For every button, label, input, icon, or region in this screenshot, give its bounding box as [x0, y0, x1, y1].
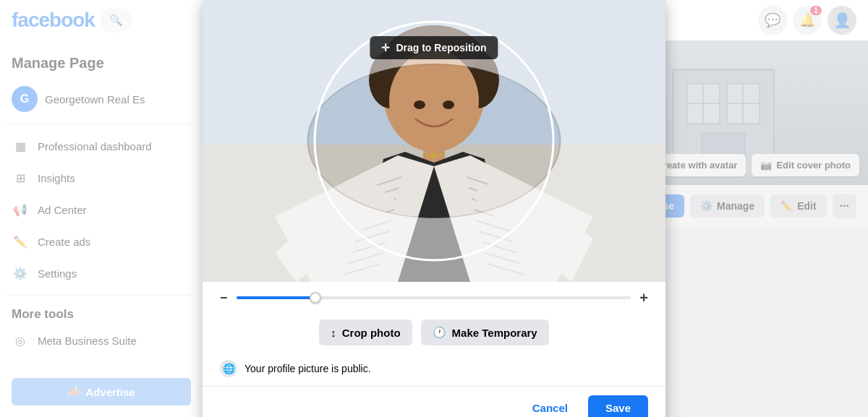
cancel-button[interactable]: Cancel [521, 395, 579, 417]
public-notice-text: Your profile picture is public. [244, 363, 371, 374]
zoom-minus-button[interactable]: − [220, 291, 228, 304]
clock-icon: 🕐 [433, 326, 446, 339]
zoom-controls: − + [203, 282, 665, 314]
crop-photo-button[interactable]: ↕ Crop photo [319, 319, 412, 345]
photo-edit-area[interactable]: ✛ Drag to Reposition [203, 0, 665, 282]
crop-photo-label: Crop photo [342, 327, 401, 339]
drag-tooltip-text: Drag to Reposition [396, 42, 486, 53]
globe-icon: 🌐 [220, 360, 237, 377]
zoom-track [237, 296, 315, 299]
drag-tooltip: ✛ Drag to Reposition [370, 36, 498, 59]
profile-photo-modal: ✛ Drag to Reposition − + ↕ Crop photo 🕐 … [203, 0, 665, 417]
public-notice: 🌐 Your profile picture is public. [203, 354, 665, 386]
zoom-slider[interactable] [237, 296, 631, 299]
save-button[interactable]: Save [588, 395, 648, 417]
zoom-thumb[interactable] [310, 292, 321, 304]
make-temporary-label: Make Temporary [452, 327, 537, 339]
move-icon: ✛ [381, 42, 390, 53]
make-temporary-button[interactable]: 🕐 Make Temporary [421, 319, 549, 345]
woman-photo[interactable]: ✛ Drag to Reposition [203, 0, 665, 282]
modal-footer: Cancel Save [203, 386, 665, 417]
crop-icon: ↕ [331, 327, 336, 339]
photo-actions: ↕ Crop photo 🕐 Make Temporary [203, 314, 665, 354]
zoom-plus-button[interactable]: + [639, 291, 648, 305]
